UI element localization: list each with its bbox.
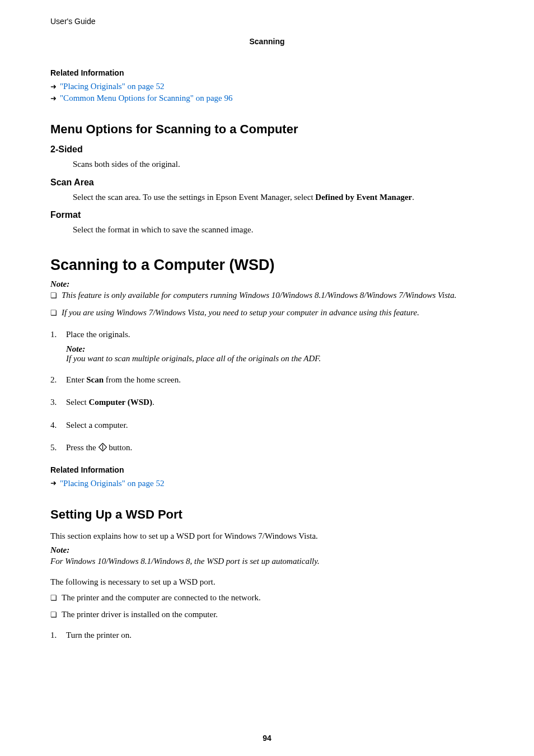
- note-item: ❏ If you are using Windows 7/Windows Vis…: [50, 306, 484, 319]
- step-text: Enter Scan from the home screen.: [66, 374, 181, 386]
- step-text-post: from the home screen.: [104, 375, 181, 384]
- req-item: ❏ The printer driver is installed on the…: [50, 608, 484, 621]
- desc-text: .: [412, 193, 414, 202]
- square-bullet-icon: ❏: [50, 289, 57, 302]
- note-text: If you are using Windows 7/Windows Vista…: [62, 306, 419, 319]
- step-text-pre: Select: [66, 398, 88, 407]
- step-row: 4. Select a computer.: [50, 419, 484, 432]
- step-row: 3. Select Computer (WSD).: [50, 396, 484, 409]
- req-item: ❏ The printer and the computer are conne…: [50, 591, 484, 604]
- step-text: Place the originals.: [66, 328, 130, 341]
- section-heading-wsd-port: Setting Up a WSD Port: [50, 507, 484, 522]
- req-text: The printer driver is installed on the c…: [62, 608, 218, 621]
- step-text: Turn the printer on.: [66, 629, 132, 642]
- step-number: 5.: [50, 441, 66, 455]
- step-row: 1. Place the originals.: [50, 328, 484, 341]
- step-number: 1.: [50, 629, 66, 642]
- step-row: 2. Enter Scan from the home screen.: [50, 374, 484, 386]
- step-text-post: button.: [107, 443, 133, 452]
- square-bullet-icon: ❏: [50, 591, 57, 604]
- step-number: 3.: [50, 396, 66, 409]
- related-link[interactable]: "Placing Originals" on page 52: [60, 82, 164, 91]
- option-name: 2-Sided: [50, 144, 484, 155]
- desc-bold: Defined by Event Manager: [315, 193, 412, 202]
- step-row: 1. Turn the printer on.: [50, 629, 484, 642]
- option-desc: Select the scan area. To use the setting…: [73, 191, 484, 204]
- chapter-title: Scanning: [50, 37, 484, 46]
- note-item: ❏ This feature is only available for com…: [50, 289, 484, 302]
- req-intro: The following is necessary to set up a W…: [50, 576, 484, 589]
- arrow-icon: ➜: [50, 479, 57, 488]
- desc-text: Select the scan area. To use the setting…: [73, 193, 315, 202]
- note-body: For Windows 10/Windows 8.1/Windows 8, th…: [50, 555, 484, 568]
- square-bullet-icon: ❏: [50, 608, 57, 621]
- step-number: 1.: [50, 328, 66, 341]
- guide-title: User's Guide: [50, 17, 484, 26]
- step-text-pre: Enter: [66, 375, 86, 384]
- note-label: Note:: [50, 279, 484, 289]
- step-text: Press the button.: [66, 441, 132, 455]
- related-info-heading-1: Related Information: [50, 68, 484, 77]
- page-number: 94: [0, 734, 534, 743]
- square-bullet-icon: ❏: [50, 306, 57, 319]
- step-text-pre: Press the: [66, 443, 99, 452]
- step-text-post: .: [152, 398, 154, 407]
- option-desc: Select the format in which to save the s…: [73, 223, 484, 236]
- related-link[interactable]: "Placing Originals" on page 52: [60, 479, 164, 488]
- section-heading-wsd: Scanning to a Computer (WSD): [50, 256, 484, 274]
- step-text-bold: Computer (WSD): [88, 398, 152, 407]
- req-text: The printer and the computer are connect…: [62, 591, 261, 604]
- related-link-row: ➜ "Placing Originals" on page 52: [50, 479, 484, 488]
- note-text: This feature is only available for compu…: [62, 289, 456, 302]
- related-link[interactable]: "Common Menu Options for Scanning" on pa…: [60, 94, 232, 103]
- step-note: Note: If you want to scan multiple origi…: [66, 344, 484, 363]
- wsd-port-intro: This section explains how to set up a WS…: [50, 530, 484, 543]
- step-text-bold: Scan: [86, 375, 104, 384]
- step-number: 2.: [50, 374, 66, 386]
- diamond-start-icon: [99, 442, 107, 455]
- note-label: Note:: [66, 344, 484, 354]
- related-info-heading-2: Related Information: [50, 465, 484, 474]
- arrow-icon: ➜: [50, 94, 57, 103]
- option-name: Scan Area: [50, 178, 484, 188]
- option-desc: Scans both sides of the original.: [73, 158, 484, 171]
- related-link-row: ➜ "Placing Originals" on page 52: [50, 82, 484, 91]
- related-link-row: ➜ "Common Menu Options for Scanning" on …: [50, 94, 484, 103]
- step-number: 4.: [50, 419, 66, 432]
- step-text: Select Computer (WSD).: [66, 396, 154, 409]
- step-row: 5. Press the button.: [50, 441, 484, 455]
- option-name: Format: [50, 210, 484, 220]
- section-heading-menu-options: Menu Options for Scanning to a Computer: [50, 122, 484, 137]
- step-text: Select a computer.: [66, 419, 128, 432]
- note-body: If you want to scan multiple originals, …: [66, 354, 484, 363]
- arrow-icon: ➜: [50, 82, 57, 91]
- note-label: Note:: [50, 545, 484, 555]
